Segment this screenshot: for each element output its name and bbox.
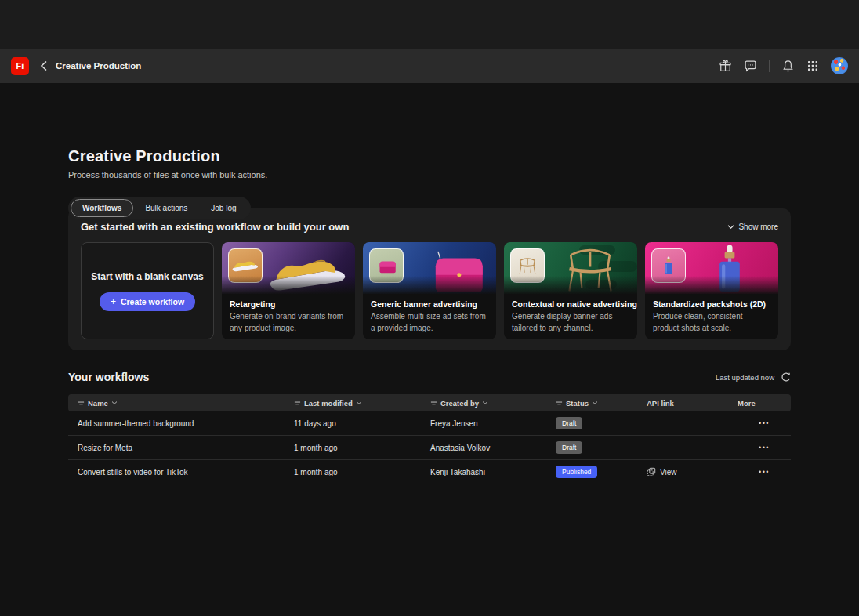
window-top-strip xyxy=(0,0,859,49)
column-header-last-modified[interactable]: Last modified xyxy=(285,399,421,408)
template-card-banner-advertising[interactable]: Generic banner advertising Assemble mult… xyxy=(363,242,496,339)
card-description: Produce clean, consistent product shots … xyxy=(645,310,778,334)
card-description: Generate on-brand variants from any prod… xyxy=(222,310,355,334)
cell-created-by: Kenji Takahashi xyxy=(421,468,546,476)
handbag-illustration xyxy=(419,248,491,294)
navbar-actions xyxy=(719,57,848,74)
column-header-more: More xyxy=(728,399,791,408)
account-avatar[interactable] xyxy=(831,57,848,74)
chevron-down-icon xyxy=(727,224,734,230)
sneaker-illustration xyxy=(266,253,350,294)
table-row[interactable]: Convert stills to video for TikTok 1 mon… xyxy=(68,460,791,484)
workflow-template-cards: Start with a blank canvas + Create workf… xyxy=(81,242,778,339)
your-workflows-header: Your workflows Last updated now xyxy=(68,371,791,383)
packshot-thumbnail xyxy=(651,248,686,283)
cell-name: Convert stills to video for TikTok xyxy=(68,468,285,476)
gift-icon xyxy=(719,60,732,73)
page-subtitle: Process thousands of files at once with … xyxy=(68,170,791,179)
cell-name: Resize for Meta xyxy=(68,444,285,452)
notifications-button[interactable] xyxy=(781,60,795,73)
whats-new-button[interactable] xyxy=(719,60,732,73)
bell-icon xyxy=(781,60,795,73)
table-row[interactable]: Resize for Meta 1 month ago Anastasia Vo… xyxy=(68,436,791,460)
banner-thumbnail xyxy=(369,248,404,283)
status-badge: Published xyxy=(556,466,597,478)
cell-name: Add summer-themed background xyxy=(68,419,285,428)
filter-icon xyxy=(556,400,563,407)
cell-status: Draft xyxy=(546,441,637,454)
column-label: Created by xyxy=(440,399,479,408)
nav-page-title: Creative Production xyxy=(56,61,141,71)
app-switcher-button[interactable] xyxy=(806,60,819,72)
show-more-label: Show more xyxy=(738,223,778,231)
column-header-status[interactable]: Status xyxy=(546,399,637,408)
page-title: Creative Production xyxy=(68,147,791,165)
cell-status: Published xyxy=(546,466,637,478)
column-header-created-by[interactable]: Created by xyxy=(421,399,546,408)
apps-grid-icon xyxy=(806,60,819,72)
retargeting-thumbnail xyxy=(228,248,263,283)
filter-icon xyxy=(294,400,301,407)
last-updated-label: Last updated now xyxy=(716,373,774,382)
column-label: Status xyxy=(566,399,589,408)
firefly-logo[interactable]: Fi xyxy=(11,57,29,75)
api-view-label: View xyxy=(660,468,677,476)
table-header-row: Name Last modified Created by Status xyxy=(68,394,791,411)
card-title: Standardized packshots (2D) xyxy=(645,294,778,310)
column-label: More xyxy=(738,399,756,408)
column-label: Last modified xyxy=(304,399,353,408)
your-workflows-title: Your workflows xyxy=(68,371,149,383)
table-row[interactable]: Add summer-themed background 11 days ago… xyxy=(68,411,791,436)
workflows-table: Name Last modified Created by Status xyxy=(68,394,791,484)
contextual-image xyxy=(504,242,637,294)
card-description: Generate display banner ads tailored to … xyxy=(504,310,637,334)
chevron-down-icon xyxy=(356,400,362,405)
chevron-down-icon xyxy=(592,400,598,405)
page-content: Creative Production Process thousands of… xyxy=(68,147,791,484)
create-workflow-button[interactable]: + Create workflow xyxy=(100,292,195,311)
column-header-api-link: API link xyxy=(637,399,728,408)
template-card-packshots[interactable]: Standardized packshots (2D) Produce clea… xyxy=(645,242,778,339)
banner-image xyxy=(363,242,496,294)
chevron-down-icon xyxy=(111,400,118,405)
tab-bulk-actions[interactable]: Bulk actions xyxy=(133,199,199,217)
api-view-link[interactable]: View xyxy=(637,467,728,476)
get-started-title: Get started with an existing workflow or… xyxy=(81,221,349,233)
card-title: Retargeting xyxy=(222,294,355,310)
chevron-left-icon xyxy=(40,60,48,71)
tab-workflows[interactable]: Workflows xyxy=(71,199,133,217)
template-card-contextual-advertising[interactable]: Contextual or native advertising Generat… xyxy=(504,242,637,339)
back-button[interactable] xyxy=(40,60,48,71)
row-more-button[interactable]: ••• xyxy=(728,444,791,451)
get-started-header: Get started with an existing workflow or… xyxy=(81,221,778,233)
cell-created-by: Anastasia Volkov xyxy=(421,444,546,452)
status-badge: Draft xyxy=(556,417,582,429)
cell-last-modified: 1 month ago xyxy=(285,468,421,476)
row-more-button[interactable]: ••• xyxy=(728,468,791,476)
retargeting-image xyxy=(222,242,355,294)
your-workflows-section: Your workflows Last updated now Na xyxy=(68,371,791,484)
template-card-retargeting[interactable]: Retargeting Generate on-brand variants f… xyxy=(222,242,355,339)
cell-status: Draft xyxy=(546,417,637,429)
cell-created-by: Freya Jensen xyxy=(421,419,546,428)
navbar-divider xyxy=(769,60,770,72)
cell-last-modified: 1 month ago xyxy=(285,444,421,452)
status-badge: Draft xyxy=(556,441,582,454)
get-started-panel: Get started with an existing workflow or… xyxy=(68,208,791,350)
chevron-down-icon xyxy=(482,400,488,405)
show-more-button[interactable]: Show more xyxy=(727,223,778,231)
cell-last-modified: 11 days ago xyxy=(285,419,421,428)
tab-job-log[interactable]: Job log xyxy=(199,199,248,217)
column-header-name[interactable]: Name xyxy=(68,399,285,408)
packshot-image xyxy=(645,242,778,294)
feedback-button[interactable] xyxy=(744,60,757,73)
refresh-button[interactable] xyxy=(781,372,791,382)
column-label: Name xyxy=(88,399,108,408)
column-label: API link xyxy=(647,399,674,408)
row-more-button[interactable]: ••• xyxy=(728,419,791,427)
tab-group: Workflows Bulk actions Job log xyxy=(68,197,251,219)
app-navbar: Fi Creative Production xyxy=(0,49,859,83)
last-updated-area: Last updated now xyxy=(716,372,791,382)
card-title: Contextual or native advertising xyxy=(504,294,637,310)
chair-illustration xyxy=(562,245,618,294)
